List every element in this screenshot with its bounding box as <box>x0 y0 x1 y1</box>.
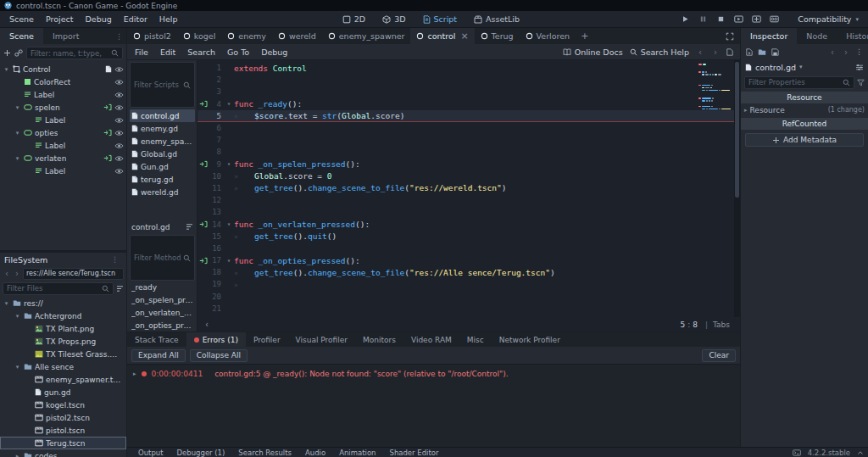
group-resource[interactable]: ▸ Resource (1 change) <box>741 103 868 116</box>
property-filter[interactable] <box>744 76 854 89</box>
play-button[interactable] <box>678 13 693 25</box>
code-line-9[interactable]: 9▾func _on_spelen_pressed(): <box>198 159 740 170</box>
line-number[interactable]: 18 <box>209 268 224 276</box>
line-number[interactable]: 12 <box>209 196 224 204</box>
eye-icon[interactable] <box>114 117 124 124</box>
back-icon[interactable]: ‹ <box>3 269 11 278</box>
scene-node-colorrect[interactable]: ColorRect <box>0 75 126 88</box>
online-docs-button[interactable]: Online Docs <box>563 47 623 57</box>
code-line-1[interactable]: 1extends Control <box>198 62 740 74</box>
line-number[interactable]: 10 <box>209 172 224 181</box>
menu-editor[interactable]: Editor <box>118 14 153 25</box>
expand-arrow[interactable]: ▾ <box>14 155 21 162</box>
scene-node-opties[interactable]: ▾opties <box>0 126 126 139</box>
expand-arrow[interactable]: ▸ <box>14 453 21 457</box>
bottom-panel-shader-editor[interactable]: Shader Editor <box>382 449 445 457</box>
toggle-scripts-panel-icon[interactable]: ‹ <box>205 320 209 329</box>
code-line-14[interactable]: 14▾func _on_verlaten_pressed(): <box>198 218 740 230</box>
scene-tab-enemy[interactable]: enemy <box>221 28 272 44</box>
debugger-tab-misc[interactable]: Misc <box>459 332 492 347</box>
history-forward-icon[interactable]: › <box>711 47 720 57</box>
connection-gutter-icon[interactable] <box>198 160 209 168</box>
file-filter-input[interactable] <box>7 284 99 293</box>
line-number[interactable]: 13 <box>209 208 224 216</box>
history-forward-icon[interactable]: › <box>842 47 850 57</box>
new-resource-icon[interactable] <box>746 48 753 56</box>
code-line-21[interactable]: 21 <box>198 303 740 315</box>
line-number[interactable]: 5 <box>209 112 224 120</box>
workspace-tab-3d[interactable]: 3D <box>375 14 413 25</box>
debugger-tab-visual-profiler[interactable]: Visual Profiler <box>288 332 355 347</box>
expand-arrow[interactable]: ▸ <box>133 371 136 377</box>
code-line-13[interactable]: 13 <box>198 206 740 218</box>
signal-icon[interactable] <box>103 154 112 162</box>
instance-scene-icon[interactable] <box>14 49 23 57</box>
fs-item-alle-sence[interactable]: ▾Alle sence <box>0 360 126 373</box>
code-line-17[interactable]: 17▾func _on_opties_pressed(): <box>198 254 740 266</box>
line-number[interactable]: 11 <box>209 184 224 192</box>
inspector-options-icon[interactable]: ⋮ <box>855 47 863 56</box>
add-metadata-button[interactable]: Add Metadata <box>745 133 864 147</box>
file-filter[interactable] <box>3 282 114 295</box>
scene-tab-terug[interactable]: Terug <box>475 28 520 44</box>
scene-tab-wereld[interactable]: wereld <box>272 28 322 44</box>
script-menu-search[interactable]: Search <box>181 47 221 58</box>
scene-tab-enemy-spawner[interactable]: enemy_spawner <box>322 28 411 44</box>
fs-item-terug-tscn[interactable]: Terug.tscn <box>0 437 126 449</box>
scene-node-label[interactable]: Label <box>0 88 126 101</box>
eye-icon[interactable] <box>114 168 124 175</box>
line-number[interactable]: 19 <box>209 280 224 288</box>
connection-gutter-icon[interactable] <box>198 100 209 108</box>
code-line-12[interactable]: 12 <box>198 194 740 206</box>
code-line-4[interactable]: 4▾func _ready(): <box>198 98 740 110</box>
fold-arrow[interactable]: ▾ <box>224 100 234 108</box>
menu-project[interactable]: Project <box>40 14 80 25</box>
workspace-tab-assetlib[interactable]: AssetLib <box>466 14 527 25</box>
line-number[interactable]: 16 <box>209 244 224 253</box>
expand-panel-icon[interactable] <box>857 449 864 456</box>
console-icon[interactable] <box>793 449 801 456</box>
line-number[interactable]: 17 <box>209 256 224 265</box>
menu-debug[interactable]: Debug <box>79 14 117 25</box>
inspector-tab-inspector[interactable]: Inspector <box>741 28 797 44</box>
workspace-tab-script[interactable]: Script <box>415 14 465 25</box>
code-line-8[interactable]: 8 <box>198 146 740 158</box>
scene-tab-verloren[interactable]: Verloren <box>520 28 576 44</box>
menu-help[interactable]: Help <box>153 14 184 25</box>
indent-mode[interactable]: Tabs <box>713 320 730 329</box>
property-filter-input[interactable] <box>748 78 840 86</box>
script-item-gun-gd[interactable]: Gun.gd <box>130 160 195 173</box>
scripts-filter[interactable] <box>130 62 195 108</box>
edited-object-selector[interactable]: control.gd ▾ <box>741 59 868 75</box>
eye-icon[interactable] <box>114 104 124 111</box>
code-line-18[interactable]: 18»get_tree().change_scene_to_file("res:… <box>198 266 740 278</box>
debugger-tab-errors-1[interactable]: Errors (1) <box>186 332 246 347</box>
current-path[interactable]: res://Alle sence/Terug.tscn <box>23 268 124 280</box>
fold-arrow[interactable]: ▾ <box>224 160 234 168</box>
line-number[interactable]: 3 <box>209 87 224 96</box>
dock-tab-import[interactable]: Import <box>43 28 89 44</box>
code-minimap[interactable] <box>698 64 731 119</box>
movie-button[interactable] <box>767 13 782 25</box>
line-number[interactable]: 7 <box>209 136 224 144</box>
connection-gutter-icon[interactable] <box>198 257 209 265</box>
debugger-tab-network-profiler[interactable]: Network Profiler <box>492 332 568 347</box>
scene-node-control[interactable]: ▾Control <box>0 63 126 75</box>
script-item-terug-gd[interactable]: terug.gd <box>130 173 195 186</box>
fs-item-tx-plant-png[interactable]: TX Plant.png <box>0 322 126 335</box>
play-scene-button[interactable] <box>732 13 746 25</box>
member-overview-dropdown[interactable]: control.gd <box>130 220 195 233</box>
line-number[interactable]: 14 <box>209 220 224 229</box>
fs-item-pistol2-tscn[interactable]: pistol2.tscn <box>0 411 126 424</box>
expand-arrow[interactable]: ▾ <box>14 130 21 137</box>
code-scrollbar[interactable] <box>734 60 740 317</box>
debugger-tab-video-ram[interactable]: Video RAM <box>403 332 459 347</box>
expand-arrow[interactable]: ▾ <box>14 364 21 371</box>
fold-arrow[interactable]: ▾ <box>224 257 234 265</box>
debugger-tab-stack-trace[interactable]: Stack Trace <box>127 332 186 347</box>
sort-files-icon[interactable] <box>116 285 124 293</box>
line-number[interactable]: 9 <box>209 160 224 169</box>
line-number[interactable]: 21 <box>209 304 224 313</box>
stop-button[interactable] <box>714 13 728 25</box>
code-line-6[interactable]: 6 <box>198 122 740 134</box>
